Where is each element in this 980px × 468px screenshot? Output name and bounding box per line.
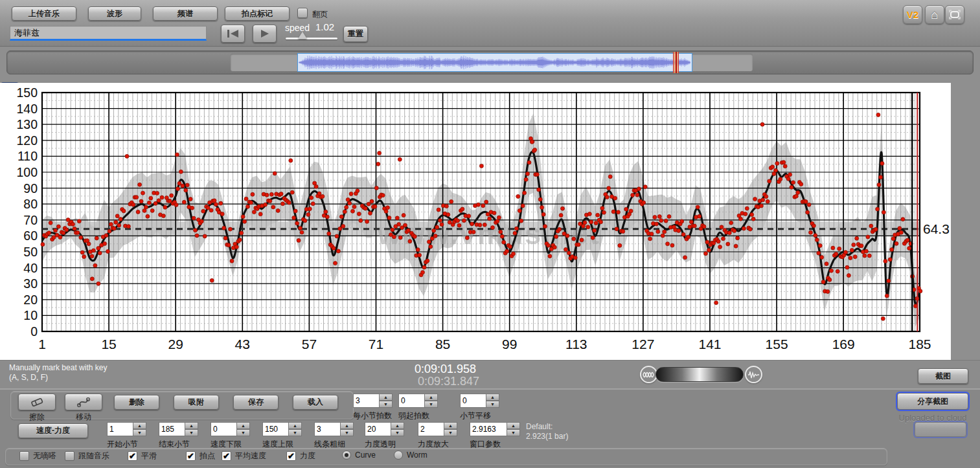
spinner-beats-per-bar-value[interactable] — [353, 394, 380, 408]
spinner-line-width-value[interactable] — [314, 422, 341, 436]
spinner-tempo-max-value[interactable] — [262, 422, 289, 436]
spectrum-button[interactable]: 频谱 — [153, 6, 218, 21]
checkbox-beats[interactable]: ✔拍点 — [186, 451, 215, 462]
spinner-pickup-beats-value[interactable] — [398, 394, 425, 408]
spinner-dynamics-scale: ▲▼ — [418, 422, 457, 436]
cloud-link-button[interactable] — [915, 422, 966, 437]
checkbox-smooth-box[interactable]: ✔ — [128, 451, 137, 461]
svg-text:130: 130 — [16, 117, 38, 131]
home-button[interactable]: ⌂ — [925, 5, 944, 24]
spinner-tempo-max-down[interactable]: ▼ — [289, 429, 302, 436]
spinner-dynamics-scale-down[interactable]: ▼ — [444, 429, 457, 436]
spinner-bar-shift-down[interactable]: ▼ — [486, 401, 499, 408]
spinner-line-width-down[interactable]: ▼ — [341, 429, 354, 436]
snap-button[interactable]: 吸附 — [174, 395, 219, 410]
spinner-bar-shift-up[interactable]: ▲ — [486, 394, 499, 401]
spinner-start-bar-label: 开始小节 — [107, 439, 138, 450]
checkbox-smooth-label: 平滑 — [141, 451, 157, 462]
radio-curve-dot — [345, 453, 348, 457]
reset-speed-button[interactable]: 重置 — [343, 26, 368, 42]
spinner-beats-per-bar-down[interactable]: ▼ — [380, 401, 393, 408]
radio-worm-circle[interactable] — [394, 451, 403, 460]
spinner-end-bar-down[interactable]: ▼ — [185, 429, 198, 436]
spinner-tempo-min-down[interactable]: ▼ — [237, 429, 250, 436]
radio-curve-circle[interactable] — [342, 451, 351, 460]
load-button[interactable]: 载入 — [293, 395, 338, 410]
spinner-tempo-min-value[interactable] — [211, 422, 237, 436]
checkbox-smooth[interactable]: ✔平滑 — [128, 451, 157, 462]
upload-music-button[interactable]: 上传音乐 — [12, 6, 76, 21]
waveform-playhead[interactable] — [673, 52, 679, 73]
screenshot-button[interactable]: 截图 — [918, 368, 968, 384]
spinner-line-width-label: 线条粗细 — [314, 439, 345, 450]
home-icon: ⌂ — [931, 8, 938, 21]
spinner-tempo-max-up[interactable]: ▲ — [289, 422, 302, 429]
song-title-input[interactable] — [10, 26, 207, 41]
waveform-view-button[interactable]: 波形 — [88, 6, 141, 21]
beat-marks-button[interactable]: 拍点标记 — [225, 6, 290, 21]
spinner-end-bar-value[interactable] — [159, 422, 185, 436]
spinner-dynamics-scale-value[interactable] — [418, 422, 444, 436]
svg-text:85: 85 — [435, 337, 450, 351]
spinner-end-bar: ▲▼ — [159, 422, 198, 436]
spinner-window-param-up[interactable]: ▲ — [507, 422, 520, 429]
dynamics-wave-icon[interactable] — [640, 366, 657, 383]
spinner-end-bar-up[interactable]: ▲ — [185, 422, 198, 429]
share-screenshot-button[interactable]: 分享截图 — [897, 393, 968, 410]
checkbox-dynamics-box[interactable]: ✔ — [286, 451, 296, 461]
spinner-dynamics-opacity-label: 力度透明 — [365, 439, 396, 450]
waveform-strip[interactable] — [6, 50, 974, 74]
svg-text:64.3: 64.3 — [923, 221, 950, 236]
speed-slider-handle[interactable] — [298, 32, 307, 39]
page-flip-checkbox[interactable] — [297, 8, 308, 18]
radio-worm[interactable]: Worm — [394, 451, 427, 460]
spinner-dynamics-opacity: ▲▼ — [365, 422, 404, 436]
spinner-bar-shift-value[interactable] — [460, 394, 486, 408]
spinner-dynamics-opacity-up[interactable]: ▲ — [391, 422, 404, 429]
svg-text:127: 127 — [632, 337, 654, 351]
spinner-start-bar-down[interactable]: ▼ — [133, 429, 146, 436]
svg-text:57: 57 — [302, 337, 317, 351]
checkbox-beats-box[interactable]: ✔ — [186, 451, 196, 461]
checkbox-average-tempo-box[interactable]: ✔ — [222, 451, 231, 461]
move-button[interactable] — [65, 394, 102, 410]
spinner-pickup-beats-up[interactable]: ▲ — [425, 394, 438, 401]
spinner-dynamics-scale-up[interactable]: ▲ — [444, 422, 457, 429]
tempo-chart-canvas: www.vmus.net0102030405060708090100110120… — [0, 83, 951, 360]
spinner-start-bar-value[interactable] — [107, 422, 133, 436]
svg-text:155: 155 — [766, 337, 788, 351]
version-badge-button[interactable]: V2 — [903, 5, 922, 24]
erase-button[interactable] — [18, 394, 56, 410]
save-button[interactable]: 保存 — [233, 395, 279, 410]
svg-text:40: 40 — [23, 261, 38, 275]
spinner-pickup-beats-down[interactable]: ▼ — [425, 401, 438, 408]
checkbox-follow-music[interactable]: 跟随音乐 — [65, 451, 109, 462]
spinner-line-width-up[interactable]: ▲ — [341, 422, 354, 429]
mark-beat-hint: Manually mark beat with key (A, S, D, F) — [9, 363, 107, 383]
eraser-icon — [30, 397, 44, 407]
delete-button[interactable]: 删除 — [114, 395, 159, 410]
tempo-chart[interactable]: www.vmus.net0102030405060708090100110120… — [0, 83, 951, 360]
spinner-dynamics-opacity-value[interactable] — [365, 422, 391, 436]
checkbox-follow-music-box[interactable] — [65, 451, 74, 461]
checkbox-no-click-box[interactable] — [19, 451, 29, 461]
spinner-dynamics-opacity-down[interactable]: ▼ — [391, 429, 404, 436]
spinner-window-param-value[interactable] — [470, 422, 507, 436]
checkbox-average-tempo[interactable]: ✔平均速度 — [222, 451, 266, 462]
checkbox-dynamics[interactable]: ✔力度 — [286, 451, 315, 462]
radio-curve[interactable]: Curve — [342, 451, 376, 460]
dynamics-balance-slider[interactable] — [655, 367, 744, 382]
checkbox-no-click[interactable]: 无嘀嗒 — [19, 451, 56, 462]
speed-slider-track[interactable] — [286, 38, 337, 39]
play-button[interactable] — [253, 25, 277, 43]
spinner-window-param-down[interactable]: ▼ — [507, 429, 520, 436]
speed-dynamics-mode-button[interactable]: 速度-力度 — [18, 423, 88, 438]
spinner-beats-per-bar-up[interactable]: ▲ — [380, 394, 393, 401]
skip-to-start-button[interactable] — [221, 25, 245, 43]
app-window: { "header": { "upload_music": "上传音乐", "w… — [0, 0, 980, 468]
waveform-box[interactable] — [297, 53, 692, 72]
beats-wave-icon[interactable] — [745, 366, 762, 383]
fullscreen-button[interactable] — [945, 5, 964, 24]
spinner-start-bar-up[interactable]: ▲ — [133, 422, 146, 429]
spinner-tempo-min-up[interactable]: ▲ — [237, 422, 250, 429]
